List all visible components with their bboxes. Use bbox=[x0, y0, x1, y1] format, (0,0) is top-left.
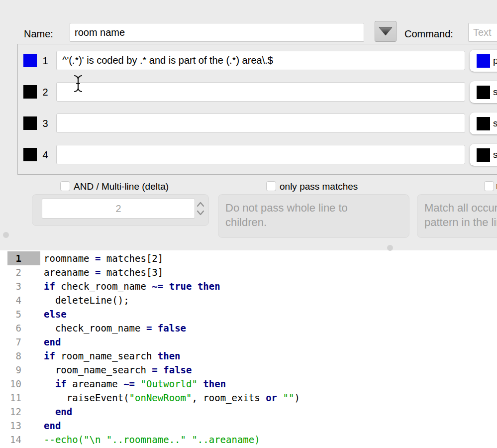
line-number: 6 bbox=[0, 321, 21, 335]
line-number: 3 bbox=[0, 279, 21, 293]
code-line[interactable]: 8 if room_name_search then bbox=[0, 349, 497, 363]
code-line[interactable]: 3 if check_room_name ~= true then bbox=[0, 279, 497, 293]
code-text: end bbox=[44, 419, 61, 433]
pattern-type-label: perl regex bbox=[493, 55, 497, 66]
code-text: roomname = matches[2] bbox=[44, 251, 163, 265]
line-number: 7 bbox=[0, 335, 21, 349]
pattern-input[interactable] bbox=[56, 82, 465, 102]
code-text: if areaname ~= "Outworld" then bbox=[44, 377, 226, 391]
code-text: room_name_search = false bbox=[44, 363, 192, 377]
code-text: end bbox=[44, 405, 72, 419]
pattern-color-swatch[interactable] bbox=[23, 85, 37, 99]
code-line[interactable]: 12 end bbox=[0, 405, 497, 419]
line-delta-spinner[interactable] bbox=[42, 199, 195, 219]
code-text: end bbox=[44, 335, 61, 349]
code-text: if check_room_name ~= true then bbox=[44, 279, 220, 293]
code-line[interactable]: 6 check_room_name = false bbox=[0, 321, 497, 335]
command-label: Command: bbox=[404, 28, 453, 40]
pattern-row: 4 substring bbox=[0, 143, 497, 166]
pattern-type-label: substring bbox=[493, 149, 497, 160]
pattern-row: 1 perl regex bbox=[0, 49, 497, 72]
only-pass-matches-checkbox[interactable] bbox=[266, 181, 276, 191]
line-number: 9 bbox=[0, 363, 21, 377]
name-label: Name: bbox=[24, 28, 53, 40]
pattern-input[interactable] bbox=[56, 51, 465, 70]
only-pass-matches-label: only pass matches bbox=[280, 181, 358, 192]
pattern-type-dropdown[interactable]: substring bbox=[470, 81, 497, 103]
command-input[interactable] bbox=[468, 23, 497, 42]
code-text: --echo("\n "..roomname.." "..areaname) bbox=[44, 433, 260, 447]
pattern-type-label: substring bbox=[493, 87, 497, 98]
line-number: 5 bbox=[0, 307, 21, 321]
pattern-type-color-swatch bbox=[477, 54, 490, 68]
pattern-number: 2 bbox=[38, 81, 53, 104]
code-text: if room_name_search then bbox=[44, 349, 181, 363]
line-number: 4 bbox=[0, 293, 21, 307]
code-line[interactable]: 11 raiseEvent("onNewRoom", room_exits or… bbox=[0, 391, 497, 405]
script-editor[interactable]: 1 roomname = matches[2] 2 areaname = mat… bbox=[0, 250, 497, 448]
spinner-arrows-icon[interactable] bbox=[196, 200, 205, 220]
code-line[interactable]: 13 end bbox=[0, 419, 497, 433]
hint-line: children. bbox=[225, 215, 402, 229]
code-line[interactable]: 2 areaname = matches[3] bbox=[0, 265, 497, 279]
only-pass-hint-box: Do not pass whole line to children. bbox=[218, 194, 409, 238]
code-line[interactable]: 7 end bbox=[0, 335, 497, 349]
ibeam-cursor-icon bbox=[73, 74, 83, 95]
match-all-checkbox[interactable] bbox=[484, 181, 494, 191]
pattern-type-color-swatch bbox=[477, 148, 490, 162]
pattern-color-swatch[interactable] bbox=[23, 148, 37, 161]
hint-line: Match all occurrences of the bbox=[424, 201, 497, 215]
code-line[interactable]: 9 room_name_search = false bbox=[0, 363, 497, 377]
splitter-handle-dot[interactable] bbox=[3, 232, 9, 238]
trigger-editor: Name: Command: 1 perl regex 2 substring bbox=[0, 0, 497, 448]
line-number: 8 bbox=[0, 349, 21, 363]
line-number: 10 bbox=[0, 377, 21, 391]
line-number: 14 bbox=[0, 433, 21, 447]
pattern-number: 3 bbox=[38, 112, 53, 135]
fold-dropdown-button[interactable] bbox=[375, 21, 397, 42]
hint-line: pattern in the line. bbox=[424, 215, 497, 229]
code-text: else bbox=[44, 307, 67, 321]
pattern-type-label: substring bbox=[493, 118, 497, 129]
multiline-checkbox[interactable] bbox=[60, 181, 70, 191]
line-number: 11 bbox=[0, 391, 21, 405]
hint-line: Do not pass whole line to bbox=[225, 201, 402, 215]
code-text: check_room_name = false bbox=[44, 321, 186, 335]
pattern-input[interactable] bbox=[56, 113, 465, 133]
pattern-type-color-swatch bbox=[477, 86, 490, 99]
pattern-type-dropdown[interactable]: perl regex bbox=[470, 50, 497, 72]
line-number: 1 bbox=[7, 251, 40, 265]
match-all-hint-box: Match all occurrences of the pattern in … bbox=[417, 194, 497, 238]
code-line[interactable]: 5 else bbox=[0, 307, 497, 321]
pattern-number: 4 bbox=[38, 143, 53, 166]
pattern-color-swatch[interactable] bbox=[23, 54, 37, 67]
code-text: deleteLine(); bbox=[44, 293, 129, 307]
line-number: 13 bbox=[0, 419, 21, 433]
code-line[interactable]: 10 if areaname ~= "Outworld" then bbox=[0, 377, 497, 391]
triangle-down-icon bbox=[378, 26, 393, 37]
line-number: 12 bbox=[0, 405, 21, 419]
splitter-handle-dot[interactable] bbox=[387, 245, 393, 251]
code-text: areaname = matches[3] bbox=[44, 265, 163, 279]
code-line[interactable]: 14 --echo("\n "..roomname.." "..areaname… bbox=[0, 433, 497, 447]
pattern-color-swatch[interactable] bbox=[23, 116, 37, 130]
line-number: 2 bbox=[0, 265, 21, 279]
code-line[interactable]: 4 deleteLine(); bbox=[0, 293, 497, 307]
multiline-label: AND / Multi-line (delta) bbox=[74, 181, 169, 192]
code-text: raiseEvent("onNewRoom", room_exits or ""… bbox=[44, 391, 300, 405]
pattern-type-dropdown[interactable]: substring bbox=[470, 144, 497, 166]
code-line[interactable]: 1 roomname = matches[2] bbox=[0, 251, 497, 265]
pattern-row: 3 substring bbox=[0, 112, 497, 135]
pattern-type-color-swatch bbox=[477, 117, 490, 130]
pattern-type-dropdown[interactable]: substring bbox=[470, 112, 497, 134]
name-input[interactable] bbox=[70, 23, 364, 42]
pattern-input[interactable] bbox=[56, 145, 465, 164]
pattern-number: 1 bbox=[38, 49, 53, 72]
